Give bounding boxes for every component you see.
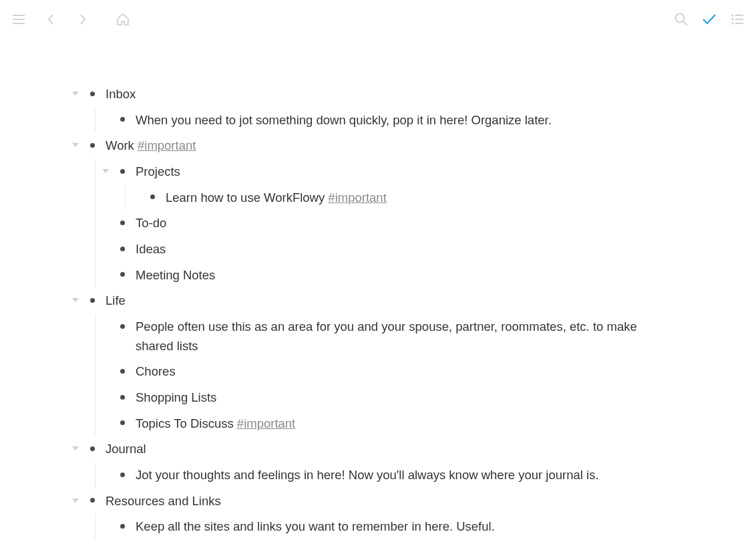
bullet-icon[interactable] (116, 164, 129, 178)
outline-root: Inbox When you need to jot something dow… (0, 39, 756, 546)
toggle-icon[interactable] (69, 495, 81, 507)
node-resources: Resources and Links Keep all the sites a… (69, 489, 676, 540)
bullet-icon[interactable] (85, 87, 99, 100)
bullet-icon[interactable] (116, 364, 129, 378)
node-title[interactable]: Projects (136, 161, 676, 183)
node-text[interactable]: Keep all the sites and links you want to… (136, 516, 676, 538)
node-text[interactable]: Jot your thoughts and feelings in here! … (136, 464, 676, 487)
bullet-icon[interactable] (85, 442, 99, 455)
node-projects: Projects Learn how to use WorkFlowy #imp… (100, 159, 676, 211)
bullet-icon[interactable] (116, 216, 129, 229)
node-text[interactable]: Learn how to use WorkFlowy #important (166, 187, 676, 209)
node-journal: Journal Jot your thoughts and feelings i… (69, 436, 676, 488)
node-inbox-tip: When you need to jot something down quic… (100, 108, 676, 134)
back-icon[interactable] (43, 11, 59, 27)
node-text[interactable]: Chores (136, 361, 676, 383)
svg-rect-6 (735, 15, 743, 16)
tag-important[interactable]: #important (138, 138, 196, 152)
svg-line-4 (683, 21, 687, 25)
node-text[interactable]: Topics To Discuss #important (136, 413, 676, 435)
node-title[interactable]: Life (106, 290, 676, 312)
bullet-icon[interactable] (146, 190, 159, 204)
node-todo: To-do (100, 211, 676, 237)
node-title[interactable]: Work #important (106, 135, 676, 157)
node-work: Work #important Projects Learn h (69, 133, 676, 288)
node-journal-tip: Jot your thoughts and feelings in here! … (100, 462, 676, 489)
node-title[interactable]: Inbox (106, 84, 676, 106)
bullet-icon[interactable] (116, 416, 129, 430)
node-learn-workflowy: Learn how to use WorkFlowy #important (130, 185, 676, 211)
forward-icon[interactable] (75, 11, 91, 27)
node-resources-tip: Keep all the sites and links you want to… (100, 514, 676, 540)
tag-important[interactable]: #important (237, 416, 295, 430)
bullet-icon[interactable] (116, 242, 129, 255)
node-text-content: Learn how to use WorkFlowy (166, 190, 328, 204)
toggle-icon[interactable] (100, 165, 112, 177)
node-topics: Topics To Discuss #important (100, 411, 676, 437)
svg-point-5 (732, 15, 734, 17)
node-title[interactable]: Journal (106, 438, 676, 460)
node-chores: Chores (100, 359, 676, 385)
node-ideas: Ideas (100, 237, 676, 263)
svg-point-9 (732, 23, 734, 25)
node-text[interactable]: When you need to jot something down quic… (136, 110, 676, 132)
bullet-icon[interactable] (116, 113, 129, 126)
bullet-icon[interactable] (116, 268, 129, 281)
svg-rect-8 (735, 19, 743, 20)
node-shopping: Shopping Lists (100, 385, 676, 411)
bullet-icon[interactable] (85, 293, 99, 307)
node-text[interactable]: Ideas (136, 239, 676, 261)
list-settings-icon[interactable] (729, 11, 745, 27)
node-title-text: Work (106, 138, 138, 152)
toggle-icon[interactable] (69, 88, 81, 100)
toggle-icon[interactable] (69, 294, 81, 306)
node-text[interactable]: People often use this as an area for you… (136, 316, 676, 357)
bullet-icon[interactable] (116, 519, 129, 533)
node-text-content: Topics To Discuss (136, 416, 237, 430)
check-icon[interactable] (701, 11, 717, 27)
svg-point-3 (676, 14, 685, 23)
node-life: Life People often use this as an area fo… (69, 288, 676, 436)
bullet-icon[interactable] (85, 138, 99, 152)
bullet-icon[interactable] (116, 390, 129, 404)
toolbar (0, 0, 756, 39)
menu-icon[interactable] (11, 11, 27, 27)
svg-rect-10 (735, 23, 743, 24)
node-text[interactable]: Meeting Notes (136, 265, 676, 287)
node-meeting-notes: Meeting Notes (100, 263, 676, 289)
home-icon[interactable] (115, 11, 131, 27)
node-inbox: Inbox When you need to jot something dow… (69, 82, 676, 133)
node-text[interactable]: To-do (136, 213, 676, 235)
svg-point-7 (732, 19, 734, 21)
bullet-icon[interactable] (116, 319, 129, 333)
search-icon[interactable] (673, 11, 689, 27)
toggle-icon[interactable] (69, 139, 81, 151)
bullet-icon[interactable] (116, 468, 129, 481)
node-life-people: People often use this as an area for you… (100, 314, 676, 359)
node-text[interactable]: Shopping Lists (136, 387, 676, 409)
toggle-icon[interactable] (69, 442, 81, 454)
bullet-icon[interactable] (85, 494, 99, 507)
tag-important[interactable]: #important (328, 190, 386, 204)
node-title[interactable]: Resources and Links (106, 491, 676, 513)
